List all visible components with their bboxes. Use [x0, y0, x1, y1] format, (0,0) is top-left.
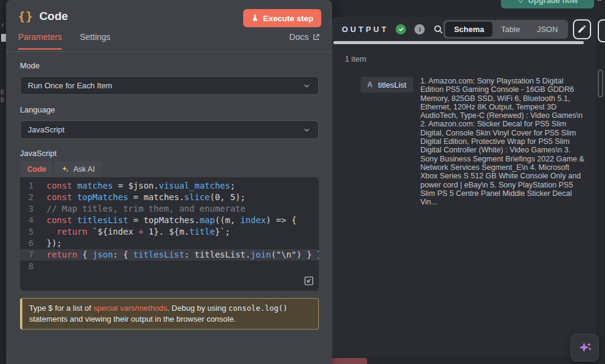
background-fragment: r	[2, 22, 4, 28]
line-number: 7	[20, 249, 38, 261]
editor-section-label: JavaScript	[20, 149, 57, 158]
ask-ai-label: Ask AI	[73, 165, 94, 174]
code-line-8[interactable]: 8	[20, 261, 319, 272]
upgrade-now-button[interactable]: Upgrade now	[501, 0, 594, 8]
code-token: index	[240, 215, 266, 225]
code-token: titlesList	[133, 250, 184, 259]
code-line-4[interactable]: 4const titlesList = topMatches.map((m, i…	[20, 215, 319, 226]
node-tabs: Parameters Settings	[6, 32, 332, 52]
expand-editor-icon[interactable]	[304, 276, 314, 286]
code-token: const	[47, 181, 77, 190]
background-fragment: 8	[1, 97, 4, 103]
output-view-tabs: SchemaTableJSON	[443, 20, 568, 39]
code-token: titlesList	[77, 215, 128, 225]
mode-label: Mode	[20, 61, 40, 70]
docs-link[interactable]: Docs	[289, 32, 320, 42]
code-token: : titlesList.	[185, 250, 251, 259]
string-type-icon: A	[367, 80, 373, 89]
code-line-2[interactable]: 2const topMatches = matches.slice(0, 5);	[20, 192, 319, 203]
ai-assistant-button[interactable]	[571, 334, 599, 362]
tab-parameters[interactable]: Parameters	[18, 32, 62, 50]
output-tab-schema[interactable]: Schema	[445, 22, 492, 37]
mode-value: Run Once for Each Item	[28, 81, 112, 90]
code-token: {	[77, 250, 93, 259]
language-select[interactable]: JavaScript	[20, 120, 319, 139]
code-token: `${index	[93, 227, 139, 236]
info-icon[interactable]: i	[414, 24, 425, 34]
code-token: ("\n") } };	[271, 250, 319, 259]
code-token: const	[47, 192, 77, 202]
docs-label: Docs	[289, 32, 309, 42]
code-token: visual_matches	[159, 181, 230, 190]
code-token: +	[139, 227, 143, 236]
special-vars-link[interactable]: special vars/methods	[93, 304, 167, 313]
code-line-6[interactable]: 6});	[20, 238, 319, 249]
line-number: 4	[20, 215, 38, 226]
field-name: titlesList	[378, 80, 407, 89]
execute-step-label: Execute step	[263, 14, 313, 23]
code-token: (0, 5);	[210, 192, 246, 202]
chevron-down-icon	[302, 126, 311, 134]
hint-text: statements and viewing their output in t…	[29, 314, 236, 323]
code-line-7[interactable]: 7return { json: { titlesList: titlesList…	[20, 249, 319, 261]
tab-ask-ai[interactable]: Ask AI	[54, 161, 102, 177]
code-token: = $json.	[113, 181, 159, 190]
hint-text: Type $ for a list of	[29, 304, 93, 313]
output-tab-table[interactable]: Table	[492, 22, 528, 37]
line-number: 2	[20, 192, 38, 203]
external-link-icon	[312, 33, 320, 41]
execute-step-button[interactable]: Execute step	[243, 9, 321, 27]
code-lines: 1const matches = $json.visual_matches;2c…	[20, 180, 319, 272]
code-token: const	[47, 215, 77, 225]
code-token: join	[250, 250, 271, 259]
code-token: // Map titles, trim them, and enumerate	[47, 204, 246, 213]
hint-text: . Debug by using	[167, 304, 228, 313]
background-node-fragment	[330, 358, 367, 364]
output-tab-json[interactable]: JSON	[528, 22, 566, 37]
editor-hint-notice: Type $ for a list of special vars/method…	[20, 298, 319, 330]
code-line-3[interactable]: 3// Map titles, trim them, and enumerate	[20, 203, 319, 215]
line-number: 1	[20, 180, 38, 192]
success-check-icon	[396, 24, 406, 34]
upgrade-now-label: Upgrade now	[528, 0, 578, 5]
search-icon[interactable]	[433, 24, 443, 34]
mode-select[interactable]: Run Once for Each Item	[20, 76, 319, 95]
field-value: 1. Amazon.com: Sony Playstation 5 Digita…	[420, 77, 585, 206]
chevron-down-icon	[302, 82, 311, 90]
language-label: Language	[20, 105, 55, 114]
code-token: return	[57, 227, 93, 236]
tab-code[interactable]: Code	[20, 161, 54, 177]
edit-output-button[interactable]	[573, 19, 591, 39]
code-token: return	[47, 250, 77, 259]
edge-button-partial[interactable]	[598, 19, 605, 42]
output-panel: OUTPUT i SchemaTableJSON 1 item A titles…	[332, 17, 596, 357]
code-token: matches	[77, 181, 113, 190]
code-token: });	[47, 238, 62, 248]
diamond-icon	[517, 0, 525, 4]
console-log-code: console.log()	[229, 304, 288, 313]
pencil-icon	[577, 24, 587, 34]
code-line-5[interactable]: 5 return `${index + 1}. ${m.title}`;	[20, 226, 319, 238]
vertical-scrollbar[interactable]	[598, 70, 603, 97]
sparkles-icon	[61, 165, 70, 174]
code-token: map	[200, 215, 215, 225]
flask-icon	[251, 14, 259, 22]
collapse-caret-icon[interactable]: ⌃	[596, 0, 603, 7]
node-title: Code	[39, 10, 68, 23]
line-number: 3	[20, 203, 38, 215]
tab-settings[interactable]: Settings	[80, 32, 111, 48]
schema-field-row: A titlesList 1. Amazon.com: Sony Playsta…	[361, 77, 585, 206]
code-node-panel: {} Code Execute step Parameters Settings…	[6, 0, 332, 364]
line-number: 8	[20, 261, 38, 272]
horizontal-scrollbar[interactable]	[333, 41, 584, 44]
code-token: slice	[185, 192, 210, 202]
code-token	[47, 227, 57, 236]
code-token: = matches.	[128, 192, 185, 202]
code-line-1[interactable]: 1const matches = $json.visual_matches;	[20, 180, 319, 192]
code-token: json	[93, 250, 113, 259]
code-editor[interactable]: 1const matches = $json.visual_matches;2c…	[20, 177, 319, 291]
field-pill-titleslist[interactable]: A titlesList	[361, 77, 413, 93]
code-token: title	[189, 227, 215, 236]
code-token: }`;	[215, 227, 230, 236]
line-number: 5	[20, 226, 38, 238]
